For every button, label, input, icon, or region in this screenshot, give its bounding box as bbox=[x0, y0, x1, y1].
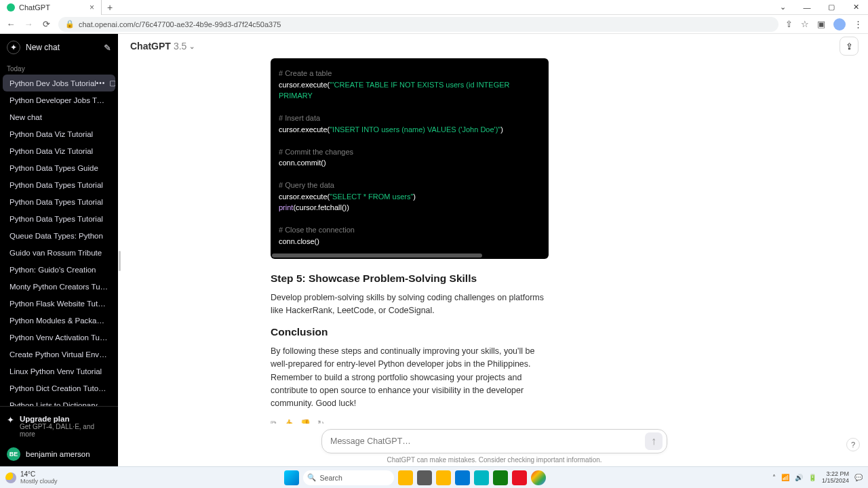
weather-widget[interactable]: 14°C Mostly cloudy bbox=[5, 470, 58, 485]
copy-icon[interactable]: ⧉ bbox=[271, 419, 277, 424]
chat-item[interactable]: Python Data Types Tutorial bbox=[3, 211, 115, 227]
taskbar-app[interactable] bbox=[512, 470, 527, 485]
content-header: ChatGPT 3.5 ⌄ ⇪ bbox=[121, 34, 868, 58]
profile-name: benjamin amerson bbox=[26, 450, 90, 458]
sidebar-footer: ✦ Upgrade plan Get GPT-4, DALL·E, and mo… bbox=[0, 406, 118, 466]
new-chat-button[interactable]: ✦ New chat ✎ bbox=[0, 34, 118, 61]
tab-close-icon[interactable]: × bbox=[90, 3, 94, 12]
taskbar-app-chrome[interactable] bbox=[531, 470, 546, 485]
disclaimer-text: ChatGPT can make mistakes. Consider chec… bbox=[387, 456, 601, 464]
chat-item[interactable]: Python Dev Jobs Tutorial ••• ▢ bbox=[3, 75, 115, 92]
window-controls: ⌄ — ▢ ✕ bbox=[770, 0, 868, 15]
archive-icon[interactable]: ▢ bbox=[109, 79, 115, 87]
code-comment: # Query the data bbox=[279, 181, 334, 189]
chat-item[interactable]: New chat bbox=[3, 109, 115, 125]
code-text: conn.commit() bbox=[279, 159, 326, 167]
compose-icon[interactable]: ✎ bbox=[104, 43, 111, 53]
conversation[interactable]: # Create a table cursor.execute('''CREAT… bbox=[121, 58, 868, 424]
section-step5: Step 5: Showcase Problem-Solving Skills … bbox=[271, 272, 549, 318]
code-keyword: print bbox=[279, 203, 293, 211]
taskbar-search[interactable]: 🔍 Search bbox=[303, 470, 394, 485]
taskbar-app-file-explorer[interactable] bbox=[398, 470, 413, 485]
chat-item[interactable]: Monty Python Creators Tutorial bbox=[3, 279, 115, 295]
profile-menu[interactable]: BE benjamin amerson bbox=[7, 443, 111, 461]
bookmark-icon[interactable]: ☆ bbox=[801, 19, 809, 29]
help-button[interactable]: ? bbox=[846, 438, 860, 451]
battery-icon[interactable]: 🔋 bbox=[808, 474, 816, 481]
maximize-button[interactable]: ▢ bbox=[819, 0, 844, 15]
menu-icon[interactable]: ⋮ bbox=[854, 19, 863, 29]
taskbar-app[interactable] bbox=[474, 470, 489, 485]
back-button[interactable]: ← bbox=[5, 19, 16, 29]
chat-item[interactable]: Python Developer Jobs Tutorial bbox=[3, 92, 115, 108]
chat-item[interactable]: Python Lists to Dictionary bbox=[3, 397, 115, 406]
taskbar-app[interactable] bbox=[493, 470, 508, 485]
taskbar-app[interactable] bbox=[436, 470, 451, 485]
chat-item[interactable]: Linux Python Venv Tutorial bbox=[3, 363, 115, 380]
new-tab-button[interactable]: + bbox=[102, 2, 118, 13]
chat-item[interactable]: Create Python Virtual Environmen bbox=[3, 346, 115, 363]
start-button[interactable] bbox=[284, 470, 299, 485]
taskbar-app[interactable] bbox=[417, 470, 432, 485]
sparkle-icon: ✦ bbox=[7, 415, 14, 425]
sidebar: ✦ New chat ✎ Today Python Dev Jobs Tutor… bbox=[0, 34, 118, 466]
chat-item[interactable]: Python: Guido's Creation bbox=[3, 262, 115, 278]
close-button[interactable]: ✕ bbox=[844, 0, 868, 15]
chat-item[interactable]: Python Data Types Tutorial bbox=[3, 194, 115, 210]
regenerate-icon[interactable]: ↻ bbox=[317, 419, 324, 424]
window-titlebar: ChatGPT × + ⌄ — ▢ ✕ bbox=[0, 0, 868, 15]
thumbs-down-icon[interactable]: 👎 bbox=[300, 419, 311, 424]
minimize-button[interactable]: — bbox=[795, 0, 819, 15]
upgrade-subtitle: Get GPT-4, DALL·E, and more bbox=[20, 423, 111, 438]
taskbar-app-edge[interactable] bbox=[455, 470, 470, 485]
thumbs-up-icon[interactable]: 👍 bbox=[283, 419, 294, 424]
forward-button[interactable]: → bbox=[23, 19, 34, 29]
chat-item[interactable]: Python Data Viz Tutorial bbox=[3, 126, 115, 142]
taskbar-center: 🔍 Search bbox=[284, 470, 546, 485]
search-icon: 🔍 bbox=[307, 473, 316, 482]
chat-item[interactable]: Python Data Viz Tutorial bbox=[3, 143, 115, 159]
new-chat-label: New chat bbox=[26, 43, 60, 52]
more-icon[interactable]: ••• bbox=[96, 79, 106, 87]
weather-icon bbox=[5, 472, 16, 483]
search-label: Search bbox=[320, 474, 342, 482]
chat-item[interactable]: Python Dict Creation Tutorial bbox=[3, 380, 115, 396]
chat-item-label: Python Dev Jobs Tutorial bbox=[9, 79, 96, 87]
notifications-icon[interactable]: 💬 bbox=[854, 474, 863, 481]
message-input[interactable] bbox=[330, 436, 645, 446]
code-text: cursor.execute( bbox=[279, 81, 330, 89]
weather-temp: 14°C bbox=[20, 470, 58, 478]
extensions-icon[interactable]: ▣ bbox=[817, 19, 825, 29]
share-button[interactable]: ⇪ bbox=[840, 37, 859, 56]
chat-item[interactable]: Guido van Rossum Tribute bbox=[3, 245, 115, 261]
model-selector[interactable]: ChatGPT 3.5 ⌄ bbox=[130, 41, 195, 52]
chat-item[interactable]: Python Data Types Guide bbox=[3, 160, 115, 176]
code-comment: # Create a table bbox=[279, 69, 332, 77]
address-bar[interactable]: 🔒 chat.openai.com/c/76c47700-ae32-4b9e-9… bbox=[58, 17, 778, 32]
chat-item[interactable]: Python Modules & Packages Tut... bbox=[3, 312, 115, 329]
chat-item[interactable]: Queue Data Types: Python bbox=[3, 228, 115, 244]
conclusion-heading: Conclusion bbox=[271, 326, 549, 338]
volume-icon[interactable]: 🔊 bbox=[795, 474, 803, 481]
share-icon[interactable]: ⇧ bbox=[785, 19, 793, 29]
upgrade-plan-button[interactable]: ✦ Upgrade plan Get GPT-4, DALL·E, and mo… bbox=[7, 412, 111, 443]
code-text: cursor.execute( bbox=[279, 125, 330, 134]
tray-chevron-icon[interactable]: ˄ bbox=[772, 474, 776, 481]
profile-avatar[interactable] bbox=[833, 18, 846, 30]
model-name: ChatGPT bbox=[130, 41, 171, 52]
horizontal-scrollbar[interactable] bbox=[272, 253, 482, 258]
clock[interactable]: 3:22 PM 1/15/2024 bbox=[822, 471, 849, 485]
chat-item[interactable]: Python Venv Activation Tutorial bbox=[3, 329, 115, 346]
wifi-icon[interactable]: 📶 bbox=[781, 474, 789, 481]
message-input-container[interactable]: ↑ bbox=[321, 429, 667, 453]
reload-button[interactable]: ⟳ bbox=[41, 19, 52, 29]
browser-tab[interactable]: ChatGPT × bbox=[0, 0, 102, 15]
chat-item[interactable]: Python Flask Website Tutorial bbox=[3, 296, 115, 312]
date: 1/15/2024 bbox=[822, 478, 849, 485]
chevron-down-icon[interactable]: ⌄ bbox=[770, 0, 795, 15]
code-text: (cursor.fetchall()) bbox=[293, 203, 349, 211]
code-comment: # Insert data bbox=[279, 114, 320, 122]
chat-item[interactable]: Python Data Types Tutorial bbox=[3, 177, 115, 193]
send-button[interactable]: ↑ bbox=[645, 432, 663, 450]
browser-toolbar: ← → ⟳ 🔒 chat.openai.com/c/76c47700-ae32-… bbox=[0, 15, 868, 34]
